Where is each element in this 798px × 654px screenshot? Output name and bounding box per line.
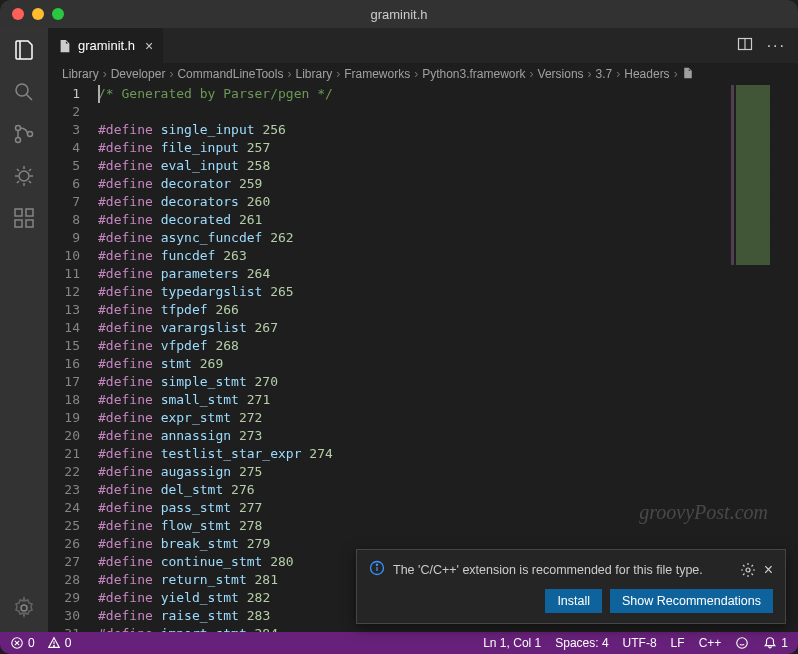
breadcrumb-segment[interactable]: Frameworks — [344, 67, 410, 81]
status-feedback-icon[interactable] — [735, 636, 749, 650]
more-actions-icon[interactable]: ··· — [767, 37, 786, 55]
notification-close-icon[interactable]: × — [764, 561, 773, 579]
install-button[interactable]: Install — [545, 589, 602, 613]
svg-point-16 — [746, 568, 750, 572]
breadcrumb-segment[interactable]: Versions — [538, 67, 584, 81]
code-line[interactable]: #define import_stmt 284 — [98, 625, 798, 632]
window-controls — [12, 8, 64, 20]
breadcrumb[interactable]: Library › Developer › CommandLineTools ›… — [48, 63, 798, 85]
code-line[interactable]: #define decorators 260 — [98, 193, 798, 211]
explorer-icon[interactable] — [12, 38, 36, 62]
code-line[interactable]: #define testlist_star_expr 274 — [98, 445, 798, 463]
line-number: 19 — [48, 409, 80, 427]
line-number-gutter: 1234567891011121314151617181920212223242… — [48, 85, 98, 632]
file-icon — [682, 67, 694, 82]
code-line[interactable]: #define file_input 257 — [98, 139, 798, 157]
line-number: 10 — [48, 247, 80, 265]
show-recommendations-button[interactable]: Show Recommendations — [610, 589, 773, 613]
code-line[interactable]: #define expr_stmt 272 — [98, 409, 798, 427]
code-line[interactable]: #define flow_stmt 278 — [98, 517, 798, 535]
file-icon — [58, 39, 72, 53]
line-number: 27 — [48, 553, 80, 571]
svg-point-21 — [53, 645, 54, 646]
line-number: 8 — [48, 211, 80, 229]
line-number: 15 — [48, 337, 80, 355]
line-number: 31 — [48, 625, 80, 632]
status-eol[interactable]: LF — [671, 636, 685, 650]
notification-settings-icon[interactable] — [740, 562, 756, 578]
line-number: 3 — [48, 121, 80, 139]
code-line[interactable]: #define simple_stmt 270 — [98, 373, 798, 391]
status-errors[interactable]: 0 — [10, 636, 35, 650]
line-number: 22 — [48, 463, 80, 481]
minimize-window-button[interactable] — [32, 8, 44, 20]
svg-rect-7 — [15, 220, 22, 227]
code-line[interactable]: #define small_stmt 271 — [98, 391, 798, 409]
svg-rect-9 — [26, 209, 33, 216]
code-line[interactable]: #define del_stmt 276 — [98, 481, 798, 499]
svg-line-1 — [27, 95, 33, 101]
extensions-icon[interactable] — [12, 206, 36, 230]
breadcrumb-segment[interactable]: Library — [295, 67, 332, 81]
breadcrumb-segment[interactable]: CommandLineTools — [177, 67, 283, 81]
search-icon[interactable] — [12, 80, 36, 104]
breadcrumb-segment[interactable]: Library — [62, 67, 99, 81]
code-line[interactable]: #define annassign 273 — [98, 427, 798, 445]
info-icon — [369, 560, 385, 579]
line-number: 13 — [48, 301, 80, 319]
breadcrumb-segment[interactable]: Headers — [624, 67, 669, 81]
chevron-right-icon: › — [530, 67, 534, 81]
code-line[interactable]: #define async_funcdef 262 — [98, 229, 798, 247]
source-control-icon[interactable] — [12, 122, 36, 146]
code-line[interactable] — [98, 103, 798, 121]
line-number: 9 — [48, 229, 80, 247]
tab-graminit[interactable]: graminit.h × — [48, 28, 164, 63]
line-number: 30 — [48, 607, 80, 625]
line-number: 23 — [48, 481, 80, 499]
debug-icon[interactable] — [12, 164, 36, 188]
line-number: 6 — [48, 175, 80, 193]
code-line[interactable]: #define tfpdef 266 — [98, 301, 798, 319]
tab-close-icon[interactable]: × — [145, 38, 153, 54]
breadcrumb-segment[interactable]: 3.7 — [596, 67, 613, 81]
code-line[interactable]: #define pass_stmt 277 — [98, 499, 798, 517]
minimap[interactable] — [728, 85, 798, 265]
line-number: 4 — [48, 139, 80, 157]
status-encoding[interactable]: UTF-8 — [623, 636, 657, 650]
code-line[interactable]: #define parameters 264 — [98, 265, 798, 283]
line-number: 21 — [48, 445, 80, 463]
code-line[interactable]: #define augassign 275 — [98, 463, 798, 481]
code-line[interactable]: /* Generated by Parser/pgen */ — [98, 85, 798, 103]
code-line[interactable]: #define decorated 261 — [98, 211, 798, 229]
title-bar: graminit.h — [0, 0, 798, 28]
status-notifications-icon[interactable]: 1 — [763, 636, 788, 650]
code-line[interactable]: #define stmt 269 — [98, 355, 798, 373]
code-line[interactable]: #define single_input 256 — [98, 121, 798, 139]
chevron-right-icon: › — [588, 67, 592, 81]
line-number: 18 — [48, 391, 80, 409]
svg-point-0 — [16, 84, 28, 96]
close-window-button[interactable] — [12, 8, 24, 20]
code-line[interactable]: #define decorator 259 — [98, 175, 798, 193]
maximize-window-button[interactable] — [52, 8, 64, 20]
settings-gear-icon[interactable] — [12, 596, 36, 620]
activity-bar — [0, 28, 48, 632]
breadcrumb-segment[interactable]: Python3.framework — [422, 67, 525, 81]
svg-rect-8 — [26, 220, 33, 227]
code-line[interactable]: #define eval_input 258 — [98, 157, 798, 175]
status-language[interactable]: C++ — [699, 636, 722, 650]
code-line[interactable]: #define vfpdef 268 — [98, 337, 798, 355]
status-bar: 0 0 Ln 1, Col 1 Spaces: 4 UTF-8 LF C++ 1 — [0, 632, 798, 654]
split-editor-icon[interactable] — [737, 36, 753, 56]
chevron-right-icon: › — [103, 67, 107, 81]
code-line[interactable]: #define funcdef 263 — [98, 247, 798, 265]
code-line[interactable]: #define varargslist 267 — [98, 319, 798, 337]
code-line[interactable]: #define typedargslist 265 — [98, 283, 798, 301]
chevron-right-icon: › — [336, 67, 340, 81]
editor-area: graminit.h × ··· Library › Developer › C… — [48, 28, 798, 632]
status-cursor-position[interactable]: Ln 1, Col 1 — [483, 636, 541, 650]
breadcrumb-segment[interactable]: Developer — [111, 67, 166, 81]
status-warnings[interactable]: 0 — [47, 636, 72, 650]
window-title: graminit.h — [370, 7, 427, 22]
status-indentation[interactable]: Spaces: 4 — [555, 636, 608, 650]
